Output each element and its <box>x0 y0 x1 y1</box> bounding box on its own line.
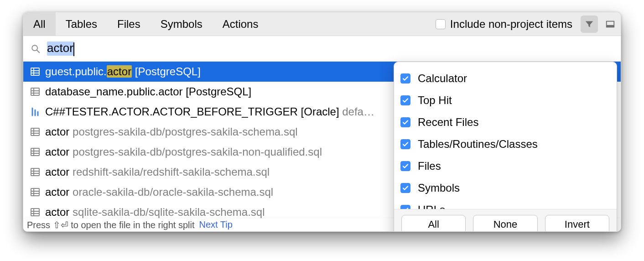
checkbox-icon[interactable] <box>400 161 410 171</box>
table-icon <box>30 86 41 97</box>
checkbox-icon[interactable] <box>400 139 410 149</box>
table-icon <box>30 126 41 137</box>
result-label: actor sqlite-sakila-db/sqlite-sakila-sch… <box>45 206 265 219</box>
svg-rect-24 <box>31 188 39 196</box>
checkbox-icon[interactable] <box>400 205 410 209</box>
filter-invert-button[interactable]: Invert <box>545 215 609 232</box>
search-icon <box>31 44 41 54</box>
svg-rect-12 <box>31 128 39 136</box>
body-area: guest.public.actor [PostgreSQL]database_… <box>23 62 621 218</box>
search-query[interactable]: actor <box>47 41 74 56</box>
result-label: guest.public.actor [PostgreSQL] <box>45 65 201 78</box>
filter-item-label: URLs <box>418 204 445 209</box>
tabs: AllTablesFilesSymbolsActions <box>23 12 268 36</box>
svg-rect-4 <box>31 68 39 75</box>
table-icon <box>30 187 41 198</box>
filter-item-label: Recent Files <box>418 116 478 129</box>
table-icon <box>30 207 41 218</box>
filter-item[interactable]: Files <box>400 155 612 177</box>
filter-item[interactable]: Tables/Routines/Classes <box>400 133 612 155</box>
svg-rect-20 <box>31 168 39 176</box>
search-input-row[interactable]: actor <box>23 36 621 62</box>
svg-rect-16 <box>31 148 39 156</box>
result-label: actor postgres-sakila-db/postgres-sakila… <box>45 146 322 158</box>
svg-rect-1 <box>607 25 614 27</box>
filter-item-label: Calculator <box>418 72 467 85</box>
tab-all[interactable]: All <box>23 12 56 36</box>
toolbar: AllTablesFilesSymbolsActions Include non… <box>23 12 621 36</box>
filter-item-label: Symbols <box>418 182 460 194</box>
filter-button[interactable] <box>581 16 598 33</box>
filter-all-button[interactable]: All <box>401 215 466 232</box>
filter-popover: CalculatorTop HitRecent FilesTables/Rout… <box>394 62 617 232</box>
search-everywhere-window: AllTablesFilesSymbolsActions Include non… <box>23 12 621 232</box>
svg-rect-28 <box>31 209 39 216</box>
result-label: actor postgres-sakila-db/postgres-sakila… <box>45 125 298 138</box>
checkbox-icon[interactable] <box>400 73 410 84</box>
result-label: C##TESTER.ACTOR.ACTOR_BEFORE_TRIGGER [Or… <box>45 105 374 118</box>
tab-files[interactable]: Files <box>107 12 151 36</box>
result-label: actor redshift-sakila/redshift-sakila-sc… <box>45 166 270 178</box>
checkbox-icon[interactable] <box>400 95 410 105</box>
svg-rect-8 <box>31 88 39 95</box>
trigger-icon <box>30 106 41 117</box>
table-icon <box>30 146 41 157</box>
filter-item[interactable]: Recent Files <box>400 111 612 133</box>
filter-item[interactable]: Symbols <box>400 177 612 199</box>
result-label: database_name.public.actor [PostgreSQL] <box>45 85 251 98</box>
checkbox-icon[interactable] <box>400 183 410 193</box>
filter-item-label: Files <box>418 160 441 172</box>
open-in-window-button[interactable] <box>602 16 619 33</box>
include-non-project-toggle[interactable]: Include non-project items <box>436 12 579 36</box>
filter-item-label: Top Hit <box>418 94 452 107</box>
result-label: actor oracle-sakila-db/oracle-sakila-sch… <box>45 186 273 198</box>
checkbox-icon[interactable] <box>400 117 410 127</box>
tab-actions[interactable]: Actions <box>213 12 269 36</box>
filter-item[interactable]: Calculator <box>400 68 612 89</box>
filter-item[interactable]: URLs <box>400 199 612 209</box>
tab-tables[interactable]: Tables <box>56 12 107 36</box>
svg-line-3 <box>37 50 40 52</box>
table-icon <box>30 66 41 77</box>
checkbox-icon[interactable] <box>436 19 446 29</box>
include-label: Include non-project items <box>450 18 572 31</box>
filter-item-label: Tables/Routines/Classes <box>418 138 538 151</box>
tab-symbols[interactable]: Symbols <box>151 12 213 36</box>
table-icon <box>30 167 41 177</box>
filter-footer: All None Invert <box>394 209 617 232</box>
filter-list: CalculatorTop HitRecent FilesTables/Rout… <box>394 62 617 209</box>
filter-item[interactable]: Top Hit <box>400 89 612 111</box>
filter-none-button[interactable]: None <box>473 215 537 232</box>
